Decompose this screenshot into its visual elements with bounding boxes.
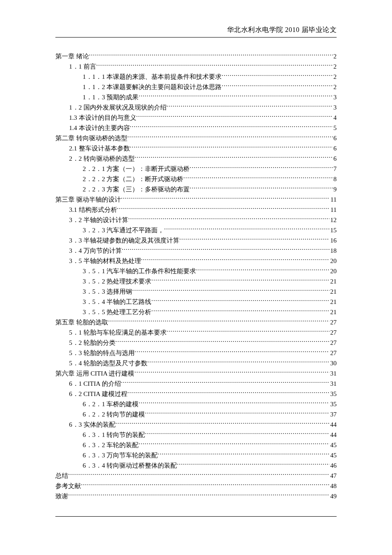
toc-entry: 2．2．2 方案（二）：断开式驱动桥8 — [55, 174, 337, 184]
toc-leader-dots — [135, 154, 333, 161]
toc-entry-label: 第二章 转向驱动桥的选型 — [55, 133, 127, 143]
toc-entry-page: 4 — [333, 113, 337, 123]
toc-entry: 6．3．2 车轮的装配45 — [55, 440, 337, 450]
footer-divider — [55, 516, 337, 517]
toc-entry-label: 第六章 运用 CITIA 进行建模 — [55, 368, 134, 379]
toc-entry: 总结47 — [55, 471, 337, 481]
toc-entry-page: 8 — [333, 174, 337, 184]
toc-entry-label: 第一章 绪论 — [55, 51, 89, 61]
toc-leader-dots — [190, 185, 332, 191]
toc-entry: 3．5．4 半轴的工艺路线21 — [55, 297, 337, 307]
toc-entry-page: 21 — [329, 276, 337, 286]
toc-entry-page: 27 — [329, 317, 337, 327]
toc-entry-label: 2．2．2 方案（二）：断开式驱动桥 — [83, 174, 183, 184]
toc-entry-label: 6．2．1 车桥的建模 — [83, 399, 138, 409]
toc-entry-page: 3 — [333, 102, 337, 113]
toc-leader-dots — [151, 298, 329, 304]
toc-leader-dots — [89, 52, 333, 58]
toc-leader-dots — [68, 492, 329, 498]
toc-entry-page: 20 — [329, 256, 337, 266]
toc-entry-label: 3．4 万向节的计算 — [69, 246, 122, 256]
toc-entry-page: 45 — [329, 450, 337, 460]
toc-leader-dots — [190, 165, 332, 171]
toc-entry: 2．2．3 方案（三）：多桥驱动的布置9 — [55, 184, 337, 194]
toc-entry-label: 6．2．2 转向节的建模 — [83, 409, 145, 419]
toc-entry-page: 49 — [329, 491, 337, 501]
toc-entry-page: 27 — [329, 338, 337, 348]
toc-entry: 1．1．2 本课题要解决的主要问题和设计总体思路2 — [55, 82, 337, 92]
toc-leader-dots — [122, 246, 329, 253]
toc-entry-label: 6．2 CITIA 建模过程 — [69, 389, 127, 399]
toc-entry-page: 48 — [329, 481, 337, 491]
toc-leader-dots — [136, 113, 333, 120]
toc-entry-page: 9 — [333, 184, 337, 194]
toc-entry: 6．3 实体的装配44 — [55, 419, 337, 430]
header-text: 华北水利水电学院 2010 届毕业论文 — [227, 26, 337, 33]
toc-entry-page: 21 — [329, 286, 337, 297]
toc-entry-label: 1．1．3 预期的成果 — [83, 92, 138, 102]
toc-entry-label: 5．2 轮胎的分类 — [69, 338, 115, 348]
toc-entry-label: 参考文献 — [55, 481, 81, 491]
toc-entry-page: 47 — [329, 471, 337, 481]
toc-entry: 第六章 运用 CITIA 进行建模31 — [55, 368, 337, 379]
toc-entry-page: 6 — [333, 143, 337, 153]
toc-entry: 第五章 轮胎的选取27 — [55, 317, 337, 327]
toc-entry: 2.1 整车设计基本参数6 — [55, 143, 337, 153]
toc-entry: 3．5．3 选择用钢21 — [55, 286, 337, 297]
toc-entry-page: 6 — [333, 153, 337, 164]
toc-entry-label: 1.4 本设计的主要内容 — [69, 123, 130, 133]
toc-entry-label: 6．1 CITIA 的介绍 — [69, 379, 121, 389]
toc-leader-dots — [151, 308, 329, 314]
toc-entry-page: 37 — [329, 409, 337, 419]
page-header: 华北水利水电学院 2010 届毕业论文 — [55, 26, 337, 38]
toc-leader-dots — [164, 226, 329, 232]
toc-entry-label: 1．1．2 本课题要解决的主要问题和设计总体思路 — [83, 82, 222, 92]
toc-entry-label: 2．2．1 方案（一）：非断开式驱动桥 — [83, 164, 190, 174]
toc-entry-page: 21 — [329, 307, 337, 317]
toc-leader-dots — [108, 318, 329, 324]
toc-entry: 5．4 轮胎的选型及尺寸参数30 — [55, 358, 337, 368]
toc-leader-dots — [135, 349, 329, 355]
toc-leader-dots — [134, 369, 329, 376]
toc-leader-dots — [145, 431, 329, 437]
toc-leader-dots — [127, 390, 329, 396]
toc-entry: 6．2．1 车桥的建模35 — [55, 399, 337, 409]
toc-entry-label: 5．4 轮胎的选型及尺寸参数 — [69, 358, 147, 368]
toc-entry-label: 2．2．3 方案（三）：多桥驱动的布置 — [83, 184, 190, 194]
toc-leader-dots — [68, 471, 329, 478]
toc-leader-dots — [222, 72, 332, 79]
toc-entry-page: 45 — [329, 440, 337, 450]
toc-entry: 3.1 结构形式分析11 — [55, 205, 337, 215]
toc-leader-dots — [222, 83, 332, 89]
toc-leader-dots — [151, 277, 329, 283]
toc-entry: 5．3 轮胎的特点与选用27 — [55, 348, 337, 358]
toc-entry-page: 6 — [333, 133, 337, 143]
toc-entry-page: 30 — [329, 358, 337, 368]
toc-entry-label: 1．1 前言 — [69, 61, 96, 72]
toc-entry: 6．1 CITIA 的介绍31 — [55, 379, 337, 389]
toc-entry-label: 致谢 — [55, 491, 68, 501]
toc-entry: 6．2 CITIA 建模过程35 — [55, 389, 337, 399]
toc-leader-dots — [115, 338, 329, 345]
toc-leader-dots — [177, 461, 329, 468]
toc-entry-page: 2 — [333, 61, 337, 72]
toc-entry-label: 2.1 整车设计基本参数 — [69, 143, 130, 153]
toc-leader-dots — [138, 400, 329, 406]
toc-leader-dots — [121, 195, 330, 202]
toc-entry: 3．5 半轴的材料及热处理20 — [55, 256, 337, 266]
toc-leader-dots — [132, 287, 329, 294]
toc-entry: 3．4 万向节的计算18 — [55, 246, 337, 256]
toc-entry: 6．3．4 转向驱动过桥整体的装配46 — [55, 460, 337, 471]
toc-entry-label: 3．2 半轴的设计计算 — [69, 215, 128, 225]
toc-entry-page: 11 — [330, 205, 337, 215]
toc-entry-label: 3．3 半轴花键参数的确定及其强度计算 — [69, 235, 179, 246]
toc-entry: 3．5．2 热处理技术要求21 — [55, 276, 337, 286]
toc-leader-dots — [141, 257, 329, 263]
toc-entry-label: 第五章 轮胎的选取 — [55, 317, 108, 327]
toc-entry: 6．3．3 万向节车轮的装配45 — [55, 450, 337, 460]
toc-leader-dots — [130, 144, 333, 150]
toc-entry: 1.4 本设计的主要内容5 — [55, 123, 337, 133]
toc-leader-dots — [127, 134, 333, 140]
toc-entry-page: 2 — [333, 51, 337, 61]
toc-leader-dots — [128, 216, 329, 222]
